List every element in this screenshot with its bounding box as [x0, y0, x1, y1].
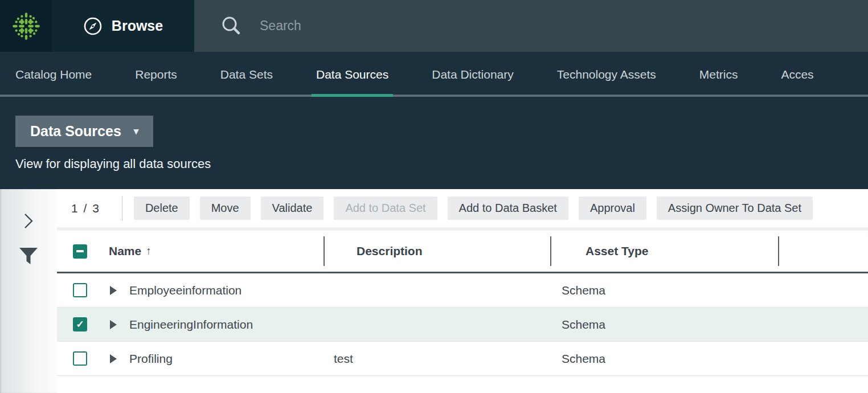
row-checkbox[interactable] — [73, 283, 87, 297]
row-checkbox[interactable] — [73, 351, 87, 366]
tab-technology-assets[interactable]: Technology Assets — [557, 52, 656, 97]
tab-label: Data Dictionary — [432, 68, 514, 81]
global-search[interactable] — [194, 0, 868, 52]
data-sources-content: 1 / 3 Delete Move Validate Add to Data S… — [57, 189, 868, 393]
tab-data-sets[interactable]: Data Sets — [220, 52, 273, 97]
column-resize-handle[interactable] — [778, 236, 779, 266]
compass-icon — [83, 17, 103, 36]
cell-description: test — [324, 352, 549, 366]
header-cell-description: Description — [325, 244, 550, 258]
tab-data-dictionary[interactable]: Data Dictionary — [432, 52, 514, 97]
move-button[interactable]: Move — [200, 197, 251, 220]
tab-reports[interactable]: Reports — [135, 52, 177, 97]
data-sources-table: Name ↑ Description Asset Type — [57, 231, 868, 393]
chevron-right-icon — [23, 212, 34, 230]
view-description: View for displaying all data sources — [15, 157, 868, 171]
tab-label: Data Sources — [316, 68, 388, 81]
page-indicator: 1 / 3 — [71, 202, 100, 215]
tab-label: Catalog Home — [15, 68, 92, 81]
search-icon — [220, 15, 243, 38]
tab-label: Technology Assets — [557, 68, 656, 81]
row-checkbox[interactable] — [73, 317, 87, 331]
table-header-row: Name ↑ Description Asset Type — [57, 231, 868, 273]
view-header: Data Sources ▾ View for displaying all d… — [0, 97, 868, 189]
header-cell-name: Name ↑ — [57, 244, 324, 259]
filter-sidebar — [0, 189, 57, 393]
catalog-nav-bar: Catalog Home Reports Data Sets Data Sour… — [0, 52, 868, 97]
tab-label: Data Sets — [220, 68, 273, 81]
tab-catalog-home[interactable]: Catalog Home — [15, 52, 92, 97]
tab-metrics[interactable]: Metrics — [699, 52, 738, 97]
table-row[interactable]: Employeeinformation Schema — [57, 273, 868, 308]
app-window: Browse Catalog Home Reports Data Sets Da… — [0, 0, 868, 393]
cell-asset-type: Schema — [549, 318, 776, 331]
tab-label: Metrics — [699, 68, 738, 81]
cell-asset-type: Schema — [549, 284, 776, 297]
cell-name: EngineeringInformation — [57, 317, 324, 331]
assign-owner-button[interactable]: Assign Owner To Data Set — [657, 197, 813, 220]
column-header-name[interactable]: Name — [109, 244, 141, 258]
expand-row-icon[interactable] — [110, 320, 117, 329]
view-selector-button[interactable]: Data Sources ▾ — [15, 116, 153, 147]
expand-row-icon[interactable] — [110, 354, 117, 363]
caret-down-icon: ▾ — [134, 125, 139, 137]
column-header-description[interactable]: Description — [357, 244, 423, 258]
top-bar: Browse — [0, 0, 868, 52]
app-logo-button[interactable] — [0, 0, 52, 52]
delete-button[interactable]: Delete — [134, 197, 190, 220]
browse-menu-button[interactable]: Browse — [52, 0, 194, 52]
cell-name: Employeeinformation — [57, 283, 324, 297]
table-row[interactable]: EngineeringInformation Schema — [57, 308, 868, 342]
column-header-asset-type[interactable]: Asset Type — [586, 244, 649, 258]
bulk-actions-toolbar: 1 / 3 Delete Move Validate Add to Data S… — [57, 189, 868, 231]
tab-label: Reports — [135, 68, 177, 81]
add-to-data-set-button[interactable]: Add to Data Set — [334, 197, 437, 220]
tab-access[interactable]: Acces — [781, 52, 813, 97]
tab-label: Acces — [781, 68, 813, 81]
expand-sidebar-button[interactable] — [11, 206, 46, 236]
table-row[interactable]: Profiling test Schema — [57, 342, 868, 376]
filter-button[interactable] — [11, 241, 46, 271]
asset-name-link[interactable]: EngineeringInformation — [129, 318, 253, 331]
filter-icon — [18, 247, 39, 266]
validate-button[interactable]: Validate — [261, 197, 324, 220]
add-to-data-basket-button[interactable]: Add to Data Basket — [448, 197, 568, 220]
browse-label: Browse — [112, 18, 163, 34]
sort-ascending-icon[interactable]: ↑ — [146, 245, 152, 257]
search-input[interactable] — [260, 18, 714, 34]
approval-button[interactable]: Approval — [579, 197, 646, 220]
select-all-checkbox[interactable] — [73, 244, 87, 259]
cell-name: Profiling — [57, 351, 324, 366]
view-selector-label: Data Sources — [30, 123, 121, 140]
toolbar-divider — [122, 196, 122, 221]
asset-name-link[interactable]: Profiling — [129, 352, 173, 366]
collibra-logo-icon — [11, 11, 41, 41]
main-body: 1 / 3 Delete Move Validate Add to Data S… — [0, 189, 868, 393]
header-cell-asset-type: Asset Type — [551, 244, 778, 258]
expand-row-icon[interactable] — [110, 286, 117, 295]
asset-name-link[interactable]: Employeeinformation — [129, 284, 241, 297]
cell-asset-type: Schema — [549, 352, 776, 366]
tab-data-sources[interactable]: Data Sources — [316, 52, 388, 97]
